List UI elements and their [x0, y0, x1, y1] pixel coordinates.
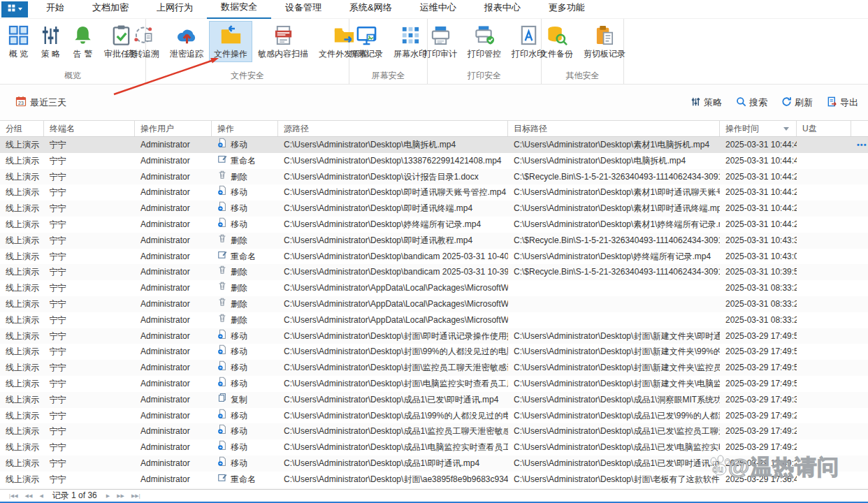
table-row[interactable]: 线上演示宁宁Administrator删除C:\Users\Administra… [0, 233, 868, 249]
cell-time: 2025-03-31 08:33:22 [720, 280, 797, 296]
table-row[interactable]: 线上演示宁宁Administrator删除C:\Users\Administra… [0, 169, 868, 185]
table-row[interactable]: 线上演示宁宁Administrator移动C:\Users\Administra… [0, 184, 868, 201]
cell-user: Administrator [135, 328, 212, 344]
column-header-group[interactable]: 分组 [0, 121, 44, 136]
table-row[interactable]: 线上演示宁宁Administrator重命名C:\Users\Administr… [0, 153, 868, 169]
ribbon-button-概览[interactable]: 概 览 [3, 21, 34, 62]
column-header-target[interactable]: 目标路径 [508, 121, 720, 136]
screen-record-icon [356, 24, 377, 46]
column-header-time[interactable]: 操作时间 [720, 121, 797, 136]
cell-user: Administrator [135, 439, 212, 455]
ribbon-button-打印管控[interactable]: 打印管控 [463, 21, 506, 62]
ribbon-button-策略[interactable]: 策 略 [35, 21, 66, 62]
table-row[interactable]: 线上演示宁宁Administrator移动C:\Users\Administra… [0, 201, 868, 217]
ribbon-group-文件安全: 流转追溯泄密追踪文件操作敏感内容扫描文件外发管控文件安全 [146, 19, 349, 84]
cell-usb [797, 376, 851, 392]
operation-label: 移动 [231, 376, 247, 392]
column-header-terminal[interactable]: 终端名 [44, 121, 135, 136]
operation-label: 移动 [231, 455, 247, 472]
ribbon-button-流转追溯[interactable]: 流转追溯 [121, 21, 164, 62]
column-header-user[interactable]: 操作用户 [135, 121, 212, 136]
column-header-usb[interactable]: U盘 [797, 121, 851, 136]
menu-tab-报表中心[interactable]: 报表中心 [470, 0, 535, 17]
table-row[interactable]: 线上演示宁宁Administrator删除C:\Users\Administra… [0, 264, 868, 280]
toolbar-action-策略[interactable]: 策略 [690, 96, 722, 109]
table-row[interactable]: 线上演示宁宁Administrator重命名C:\Users\Administr… [0, 249, 868, 265]
toolbar-action-搜索[interactable]: 搜索 [736, 96, 767, 109]
cell-usb [797, 233, 851, 249]
table-row[interactable]: 线上演示宁宁Administrator移动C:\Users\Administra… [0, 217, 868, 233]
fast-next-icon[interactable]: ▶▶ [117, 493, 124, 499]
toolbar-action-导出[interactable]: 导出 [827, 96, 858, 109]
last-page-icon[interactable]: ▶▶| [131, 493, 140, 499]
column-header-menu[interactable] [851, 121, 868, 136]
cell-menu[interactable]: ••• [851, 137, 868, 153]
cell-user: Administrator [135, 376, 212, 392]
ribbon-button-剪切板记录[interactable]: 剪切板记录 [579, 21, 630, 62]
table-row[interactable]: 线上演示宁宁Administrator删除C:\Users\Administra… [0, 280, 868, 296]
cell-source: C:\Users\Administrator\Desktop\封面\即时通讯记录… [278, 328, 508, 344]
menu-tab-开始[interactable]: 开始 [32, 0, 78, 17]
table-row[interactable]: 线上演示宁宁Administrator移动C:\Users\Administra… [0, 360, 868, 376]
first-page-icon[interactable]: |◀◀ [9, 493, 18, 499]
menu-tab-更多功能[interactable]: 更多功能 [535, 0, 599, 17]
cell-menu [851, 328, 868, 344]
table-row[interactable]: 线上演示宁宁Administrator移动C:\Users\Administra… [0, 376, 868, 392]
row-actions-menu[interactable]: ••• [857, 137, 867, 153]
toolbar-action-刷新[interactable]: 刷新 [781, 96, 813, 109]
ribbon-button-告警[interactable]: 告 警 [67, 21, 99, 62]
column-header-source[interactable]: 源路径 [278, 121, 508, 136]
cell-op: 移动 [212, 360, 278, 376]
cell-usb [797, 312, 851, 328]
table-row[interactable]: 线上演示宁宁Administrator删除C:\Users\Administra… [0, 296, 868, 312]
cell-target: C:\Users\Administrator\Desktop\素材1\即时通讯终… [508, 201, 720, 217]
cell-user: Administrator [135, 184, 212, 201]
menu-tab-运维中心[interactable]: 运维中心 [406, 0, 470, 17]
app-menu-button[interactable] [1, 1, 28, 17]
cell-source: C:\Users\Administrator\Desktop\即时通讯聊天账号管… [278, 184, 508, 201]
ribbon-button-泄密追踪[interactable]: 泄密追踪 [165, 21, 208, 62]
ribbon-button-敏感内容扫描[interactable]: 敏感内容扫描 [253, 21, 313, 62]
table-row[interactable]: 线上演示宁宁Administrator移动C:\Users\Administra… [0, 439, 868, 455]
cell-op: 移动 [212, 344, 278, 360]
cell-terminal: 宁宁 [44, 296, 135, 312]
column-header-op[interactable]: 操作 [212, 121, 278, 136]
ribbon-button-打印审计[interactable]: 打印审计 [419, 21, 462, 62]
fast-prev-icon[interactable]: ◀◀ [25, 493, 33, 499]
cell-op: 重命名 [212, 249, 278, 265]
menu-tab-数据安全[interactable]: 数据安全 [207, 0, 271, 20]
table-row[interactable]: 线上演示宁宁Administrator删除C:\Users\Administra… [0, 312, 868, 328]
cell-op: 重命名 [212, 153, 278, 169]
menu-tab-设备管理[interactable]: 设备管理 [271, 0, 335, 17]
menu-tab-上网行为[interactable]: 上网行为 [143, 0, 207, 17]
next-page-icon[interactable]: ▶ [106, 493, 110, 499]
cell-terminal: 宁宁 [44, 137, 135, 153]
cell-op: 重命名 [212, 472, 278, 488]
table-row[interactable]: 线上演示宁宁Administrator复制C:\Users\Administra… [0, 392, 868, 408]
menu-tab-系统&网络[interactable]: 系统&网络 [335, 0, 406, 17]
sort-caret-icon[interactable] [783, 127, 789, 131]
table-row[interactable]: 线上演示宁宁Administrator移动C:\Users\Administra… [0, 137, 868, 153]
table-row[interactable]: 线上演示宁宁Administrator移动C:\Users\Administra… [0, 408, 868, 424]
cell-usb [797, 328, 851, 344]
table-row[interactable]: 线上演示宁宁Administrator移动C:\Users\Administra… [0, 328, 868, 344]
prev-page-icon[interactable]: ◀ [39, 493, 43, 499]
menu-tab-文档加密[interactable]: 文档加密 [78, 0, 143, 17]
cell-usb [797, 408, 851, 424]
ribbon-button-文件操作[interactable]: 文件操作 [209, 21, 252, 62]
cell-target: C:\Users\Administrator\Desktop\封面\新建文件夹\… [508, 376, 720, 392]
date-range-filter[interactable]: 23 最近三天 [15, 96, 66, 109]
search-icon [736, 96, 746, 109]
ribbon-button-屏幕记录[interactable]: 屏幕记录 [345, 21, 388, 62]
table-row[interactable]: 线上演示宁宁Administrator移动C:\Users\Administra… [0, 423, 868, 439]
cell-time: 2025-03-29 17:36:44 [720, 472, 797, 488]
ribbon-button-文件备份[interactable]: 文件备份 [535, 21, 578, 62]
table-row[interactable]: 线上演示宁宁Administrator移动C:\Users\Administra… [0, 455, 868, 472]
table-row[interactable]: 线上演示宁宁Administrator重命名C:\Users\Administr… [0, 472, 868, 488]
cell-source: C:\Users\Administrator\Desktop\成品1\99%的人… [278, 408, 508, 424]
delete-icon [217, 169, 227, 185]
cell-usb [797, 472, 851, 488]
cell-group: 线上演示 [0, 439, 44, 455]
table-row[interactable]: 线上演示宁宁Administrator移动C:\Users\Administra… [0, 344, 868, 360]
cell-source: C:\Users\Administrator\Desktop\即时通讯教程.mp… [278, 233, 508, 249]
